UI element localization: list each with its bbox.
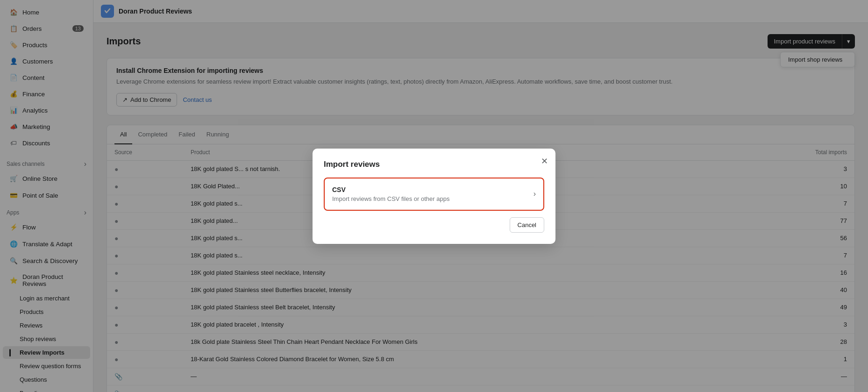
csv-option-content: CSV Import reviews from CSV files or oth…: [332, 186, 449, 202]
modal-cancel-button[interactable]: Cancel: [510, 217, 544, 233]
modal-footer: Cancel: [324, 217, 544, 233]
modal-title: Import reviews: [324, 160, 544, 169]
chevron-right-icon: ›: [534, 190, 536, 198]
csv-option-desc: Import reviews from CSV files or other a…: [332, 195, 449, 202]
csv-option-title: CSV: [332, 186, 449, 193]
import-reviews-modal: ✕ Import reviews CSV Import reviews from…: [313, 149, 555, 244]
csv-import-option[interactable]: CSV Import reviews from CSV files or oth…: [324, 178, 544, 211]
modal-close-button[interactable]: ✕: [541, 156, 548, 166]
modal-overlay[interactable]: ✕ Import reviews CSV Import reviews from…: [0, 0, 868, 392]
